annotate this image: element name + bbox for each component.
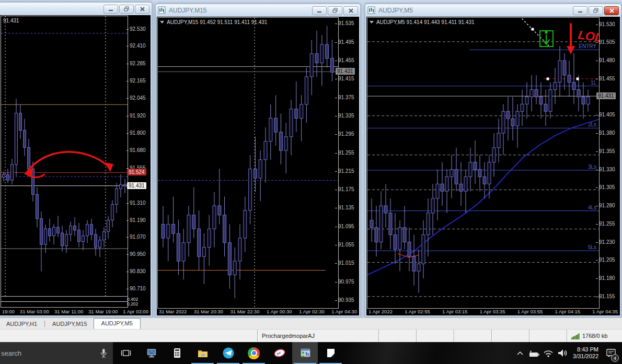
price-axis: 91.53091.50591.48091.45591.40591.38091.3…	[596, 18, 620, 307]
current-price-marker: 91.431	[336, 68, 355, 75]
tab-audjpy-m15[interactable]: AUDJPY,M15	[46, 319, 93, 329]
taskbar-clock[interactable]: 8:43 PM 3/31/2022	[573, 346, 598, 360]
time-label: 1 Apr 00:30	[267, 309, 292, 314]
price-tick: 91.215	[335, 168, 359, 174]
window-title: AUDJPY,M5	[378, 7, 573, 14]
window-titlebar[interactable]	[0, 3, 152, 15]
svg-text:ENTRY: ENTRY	[579, 43, 596, 49]
time-label: 1 Apr 03:00	[123, 309, 148, 314]
chrome-button[interactable]	[241, 342, 267, 364]
microphone-icon[interactable]	[97, 347, 110, 359]
price-tick: 91.055	[335, 242, 359, 248]
price-tick: 91.175	[335, 186, 359, 193]
price-tick: 92.530	[126, 26, 151, 32]
action-center-button[interactable]: 4	[602, 342, 620, 364]
battery-status[interactable]	[527, 342, 541, 364]
snipping-tool-button[interactable]: ✂	[267, 342, 292, 364]
folder-icon	[197, 347, 209, 359]
price-tick: 91.305	[596, 184, 620, 191]
chart-tab-bar: AUDJPY,H1 AUDJPY,M15 AUDJPY,M5	[0, 318, 622, 329]
volume-status[interactable]	[556, 342, 569, 364]
time-label: 1 Apr 04:30	[331, 309, 357, 314]
price-axis: 91.53591.49591.45591.41591.37591.33591.2…	[335, 18, 359, 307]
chart-window-audjpy-h1[interactable]: 91.431 92.53092.41092.28592.16592.04591.…	[0, 2, 153, 318]
candlestick-plot-h1[interactable]	[1, 16, 128, 297]
price-tick: 91.015	[335, 260, 359, 266]
tab-audjpy-h1[interactable]: AUDJPY,H1	[0, 319, 43, 329]
close-button[interactable]	[135, 5, 149, 14]
price-tick: 91.255	[335, 150, 359, 156]
status-traffic: 1768/0 kb	[567, 330, 622, 342]
status-account: ProchargedmoparAJ	[257, 330, 378, 342]
time-label: 31 Mar 19:00	[88, 309, 118, 314]
price-tick: 90.830	[126, 268, 151, 275]
chart-area-audjpy-m15[interactable]: AUDJPY,M15 91.452 91.511 91.411 91.431 9…	[157, 17, 359, 315]
price-tick: 91.280	[596, 203, 620, 209]
file-explorer-button[interactable]	[190, 342, 215, 364]
status-cell	[378, 330, 416, 342]
price-tick: 91.155	[596, 293, 620, 300]
restore-button[interactable]	[589, 6, 603, 15]
price-tick: 91.800	[126, 130, 151, 136]
tab-separator	[44, 321, 45, 327]
metatrader-button[interactable]	[292, 342, 318, 364]
network-status[interactable]	[542, 342, 555, 364]
restore-button[interactable]	[328, 6, 342, 15]
price-tick: 91.190	[126, 217, 151, 224]
search-text: search	[1, 349, 97, 357]
calculator-button[interactable]	[164, 342, 190, 364]
symbol-dropdown-icon[interactable]	[370, 21, 374, 24]
price-tick: 91.095	[335, 224, 359, 230]
chart-window-audjpy-m5[interactable]: AUDJPY,M5 ENTRY1L2Ls3Ls4Ls5LsLOL AUDJPY,…	[364, 3, 622, 318]
status-cell	[416, 330, 454, 342]
status-cell	[529, 330, 567, 342]
current-price-marker: 91.524	[127, 169, 146, 175]
minimize-button[interactable]	[312, 6, 327, 15]
svg-text:3Ls: 3Ls	[588, 164, 596, 170]
task-view-icon	[120, 347, 132, 359]
telegram-button[interactable]	[215, 342, 241, 364]
symbol-dropdown-icon[interactable]	[160, 21, 164, 24]
close-button[interactable]	[604, 6, 619, 15]
tray-expand-button[interactable]	[513, 342, 527, 364]
time-label: 1 Apr 02:55	[405, 309, 430, 314]
price-tick: 92.410	[126, 43, 151, 49]
restore-button[interactable]	[119, 5, 134, 14]
minimize-button[interactable]	[103, 5, 118, 14]
tab-audjpy-m5[interactable]: AUDJPY,M5	[94, 318, 141, 329]
price-tick: 91.335	[335, 113, 359, 119]
time-axis: 1 Apr 20221 Apr 02:551 Apr 03:151 Apr 03…	[366, 307, 620, 315]
system-tray: 8:43 PM 3/31/2022 4	[513, 342, 622, 364]
candlestick-plot-m5[interactable]: ENTRY1L2Ls3Ls4Ls5LsLOL	[367, 18, 599, 308]
task-view-button[interactable]	[113, 342, 139, 364]
minimize-button[interactable]	[573, 6, 588, 15]
window-titlebar[interactable]: AUDJPY,M15	[156, 4, 360, 17]
window-titlebar[interactable]: AUDJPY,M5	[365, 4, 621, 17]
price-tick: 92.045	[126, 95, 151, 101]
current-price-marker: 91.431	[127, 182, 146, 189]
telegram-icon	[222, 347, 235, 359]
price-tick: 91.535	[335, 20, 359, 27]
chevron-up-icon	[514, 347, 526, 359]
time-label: 31 Mar 11:00	[54, 309, 83, 314]
chart-area-audjpy-h1[interactable]: 91.431 92.53092.41092.28592.16592.04591.…	[0, 15, 151, 315]
price-tick: 91.135	[335, 205, 359, 211]
candlestick-plot-m15[interactable]	[158, 18, 338, 308]
taskbar-search[interactable]: search	[0, 342, 113, 364]
price-tick: 91.530	[596, 21, 620, 28]
price-tick: 91.380	[596, 130, 620, 136]
price-tick: 91.920	[126, 113, 151, 119]
chart-area-audjpy-m5[interactable]: ENTRY1L2Ls3Ls4Ls5LsLOL AUDJPY,M5 91.414 …	[366, 17, 620, 315]
notes-app-button[interactable]	[318, 342, 343, 364]
computer-icon	[145, 347, 158, 359]
close-button[interactable]	[343, 6, 358, 15]
computer-app-button[interactable]	[139, 342, 164, 364]
ohlc-readout: 91.431	[3, 18, 19, 24]
svg-text:4Ls: 4Ls	[588, 205, 596, 210]
chart-window-audjpy-m15[interactable]: AUDJPY,M15 AUDJPY,M15 91.452 91.511 91.4…	[155, 3, 361, 318]
price-tick: 91.070	[126, 234, 151, 240]
status-bar: ProchargedmoparAJ 1768/0 kb	[0, 329, 622, 342]
status-cell	[454, 330, 491, 342]
price-tick: 92.165	[126, 78, 151, 84]
price-tick: 90.950	[126, 251, 151, 257]
